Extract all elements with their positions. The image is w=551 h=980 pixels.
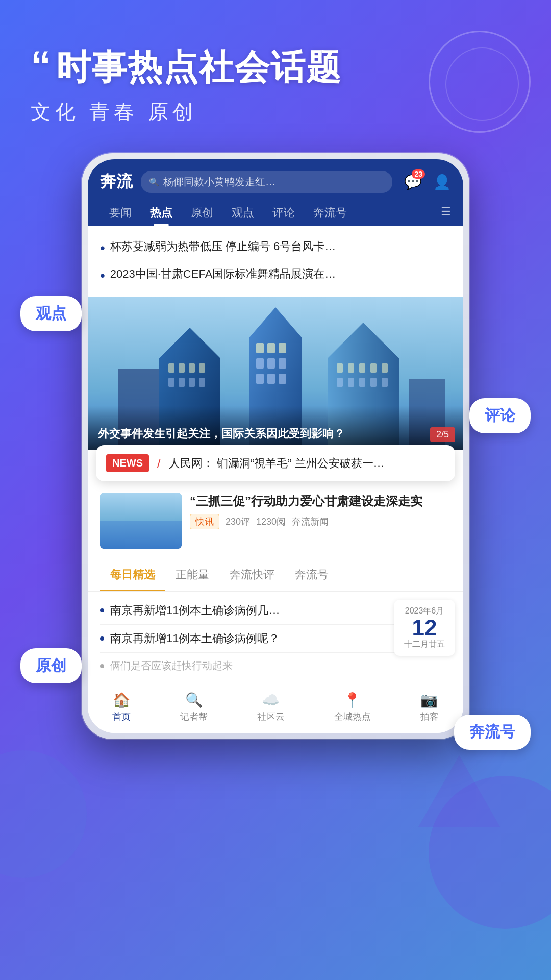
- bottom-nav-reporter[interactable]: 🔍 记者帮: [180, 692, 208, 723]
- phone-mockup: 奔流 🔍 杨倻同款小黄鸭发走红… 💬 23 👤 要闻 热点 原创 观点 评论 奔…: [82, 153, 469, 739]
- calendar-widget: 2023年6月 12 十二月廿五: [394, 600, 455, 656]
- svg-rect-17: [179, 378, 185, 387]
- thumb-sky: [100, 493, 182, 524]
- news-dot-2: •: [100, 267, 105, 284]
- svg-rect-30: [382, 378, 388, 387]
- news-dot-1: •: [100, 240, 105, 256]
- article-row[interactable]: “三抓三促”行动助力爱心甘肃建设走深走实 快讯 230评 1230阅 奔流新闻: [88, 482, 463, 559]
- svg-rect-3: [267, 343, 275, 353]
- daily-content-area: 南京再新增11例本土确诊病例几… 南京再新增11例本土确诊病例呢？ 俩们是否应该…: [88, 592, 463, 684]
- svg-rect-14: [189, 363, 195, 373]
- nav-tab-redian[interactable]: 热点: [141, 200, 182, 226]
- article-source: 奔流新闻: [292, 516, 329, 528]
- phone-inner: 奔流 🔍 杨倻同款小黄鸭发走红… 💬 23 👤 要闻 热点 原创 观点 评论 奔…: [88, 159, 463, 733]
- daily-news-2-text: 南京再新增11例本土确诊病例呢？: [110, 631, 280, 646]
- daily-tab-kuaiping[interactable]: 奔流快评: [219, 560, 285, 591]
- bottom-nav-hot[interactable]: 📍 全城热点: [334, 692, 371, 723]
- nav-tab-guandian[interactable]: 观点: [222, 200, 263, 226]
- home-label: 首页: [112, 710, 131, 723]
- bottom-nav-photo[interactable]: 📷 拍客: [420, 692, 439, 723]
- article-thumbnail: [100, 493, 182, 549]
- article-comments: 230评: [226, 516, 250, 528]
- home-icon: 🏠: [113, 692, 131, 708]
- news-badge: NEWS: [106, 454, 149, 472]
- daily-dot-3: [100, 664, 104, 668]
- svg-rect-2: [256, 343, 264, 353]
- bottom-nav-home[interactable]: 🏠 首页: [112, 692, 131, 723]
- photo-label: 拍客: [420, 710, 439, 723]
- svg-rect-29: [370, 378, 377, 387]
- daily-news-item-3[interactable]: 俩们是否应该赶快行动起来: [100, 653, 451, 679]
- svg-rect-16: [168, 378, 174, 387]
- bottom-nav: 🏠 首页 🔍 记者帮 ☁️ 社区云 📍 全城热点 📷 拍客: [88, 684, 463, 733]
- bg-decoration-circle-bl: [0, 750, 87, 878]
- nav-tab-pinglun[interactable]: 评论: [263, 200, 304, 226]
- svg-rect-7: [279, 358, 286, 369]
- article-meta: 快讯 230评 1230阅 奔流新闻: [190, 514, 451, 529]
- search-bar[interactable]: 🔍 杨倻同款小黄鸭发走红…: [141, 171, 392, 193]
- svg-rect-8: [256, 374, 264, 384]
- nav-menu-icon[interactable]: ☰: [441, 200, 451, 226]
- daily-tab-selection[interactable]: 每日精选: [100, 560, 165, 591]
- svg-rect-21: [337, 363, 343, 373]
- app-logo: 奔流: [100, 170, 133, 193]
- user-icon[interactable]: 👤: [433, 174, 451, 190]
- svg-rect-27: [348, 378, 354, 387]
- svg-rect-19: [199, 378, 205, 387]
- svg-rect-6: [267, 358, 275, 369]
- daily-section: 每日精选 正能量 奔流快评 奔流号 南京再新增11例本土确诊病例几… 南京再新增…: [88, 560, 463, 684]
- floating-label-guandian: 观点: [20, 296, 82, 331]
- article-tag: 快讯: [190, 514, 219, 529]
- photo-icon: 📷: [420, 692, 438, 708]
- community-label: 社区云: [257, 710, 285, 723]
- news-list: • 杯苏芟减弱为热带低压 停止编号 6号台风卡… • 2023中国·甘肃CEFA…: [88, 226, 463, 297]
- floating-label-yuanchuang: 原创: [20, 648, 82, 683]
- svg-rect-15: [199, 363, 205, 373]
- svg-rect-26: [337, 378, 343, 387]
- hot-icon: 📍: [343, 692, 361, 708]
- header-subtitle: 文化 青春 原创: [31, 98, 520, 126]
- svg-rect-9: [267, 374, 275, 384]
- nav-tab-yaow[interactable]: 要闻: [100, 200, 141, 226]
- community-icon: ☁️: [262, 692, 280, 708]
- nav-tabs: 要闻 热点 原创 观点 评论 奔流号 ☰: [88, 194, 463, 226]
- featured-image[interactable]: 外交事件发生引起关注，国际关系因此受到影响？ 2/5: [88, 297, 463, 450]
- quote-mark: “: [31, 42, 52, 88]
- news-item-2-text: 2023中国·甘肃CEFA国际标准舞精品展演在…: [110, 266, 336, 282]
- svg-rect-18: [189, 378, 195, 387]
- search-text: 杨倻同款小黄鸭发走红…: [163, 175, 276, 189]
- notification-button[interactable]: 💬 23: [400, 169, 425, 194]
- daily-dot-2: [100, 636, 104, 641]
- notification-badge: 23: [412, 169, 425, 179]
- article-content: “三抓三促”行动助力爱心甘肃建设走深走实 快讯 230评 1230阅 奔流新闻: [190, 493, 451, 549]
- floating-label-benliuhao: 奔流号: [454, 715, 531, 750]
- news-item-1[interactable]: • 杯苏芟减弱为热带低压 停止编号 6号台风卡…: [100, 234, 451, 261]
- svg-rect-25: [382, 363, 388, 373]
- news-item-2[interactable]: • 2023中国·甘肃CEFA国际标准舞精品展演在…: [100, 261, 451, 289]
- daily-tab-benliuhao[interactable]: 奔流号: [285, 560, 339, 591]
- breaking-news-bar[interactable]: NEWS / 人民网： 钔漏洞“視羊毛” 兰州公安破获一…: [96, 445, 455, 481]
- reporter-icon: 🔍: [185, 692, 203, 708]
- page-indicator: 2/5: [430, 427, 455, 442]
- nav-tab-yuanchuang[interactable]: 原创: [182, 200, 222, 226]
- featured-caption: 外交事件发生引起关注，国际关系因此受到影响？: [88, 406, 463, 450]
- svg-rect-13: [179, 363, 185, 373]
- news-item-1-text: 杯苏芟减弱为热带低压 停止编号 6号台风卡…: [110, 239, 336, 254]
- floating-label-pinglun: 评论: [469, 398, 531, 433]
- article-reads: 1230阅: [256, 516, 286, 528]
- reporter-label: 记者帮: [180, 710, 208, 723]
- bottom-nav-community[interactable]: ☁️ 社区云: [257, 692, 285, 723]
- hot-label: 全城热点: [334, 710, 371, 723]
- daily-tabs: 每日精选 正能量 奔流快评 奔流号: [88, 560, 463, 592]
- daily-tab-positive[interactable]: 正能量: [165, 560, 219, 591]
- cal-day: 12: [402, 617, 447, 639]
- svg-rect-10: [279, 374, 286, 384]
- thumb-water: [100, 521, 182, 549]
- svg-rect-12: [168, 363, 174, 373]
- article-title: “三抓三促”行动助力爱心甘肃建设走深走实: [190, 493, 451, 510]
- phone-frame: 奔流 🔍 杨倻同款小黄鸭发走红… 💬 23 👤 要闻 热点 原创 观点 评论 奔…: [82, 153, 469, 739]
- svg-rect-4: [279, 343, 286, 353]
- nav-tab-benliuhao[interactable]: 奔流号: [304, 200, 356, 226]
- daily-news-1-text: 南京再新增11例本土确诊病例几…: [110, 603, 280, 618]
- bg-decoration-triangle: [418, 755, 500, 827]
